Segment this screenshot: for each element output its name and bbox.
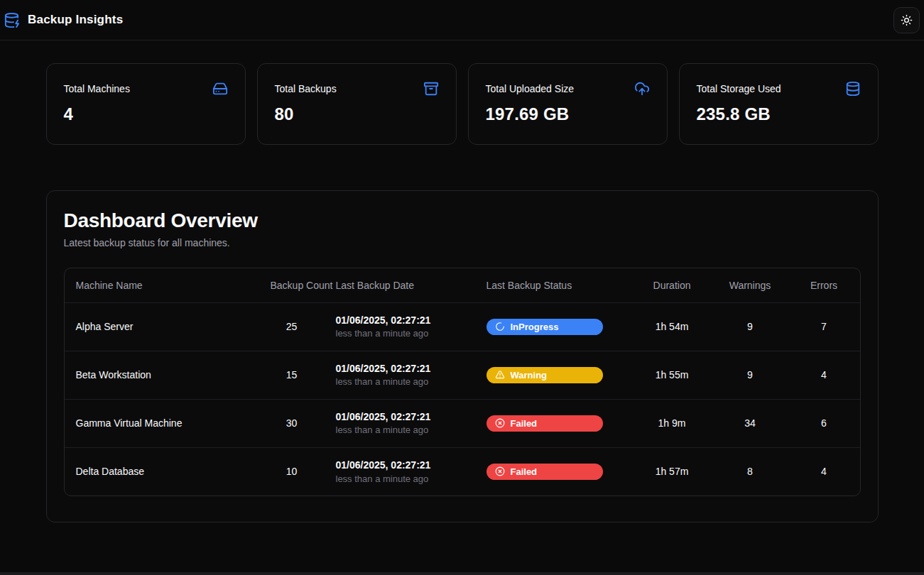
duration-cell: 1h 9m bbox=[631, 399, 713, 447]
stat-card-total-storage-used: Total Storage Used 235.8 GB bbox=[679, 63, 879, 145]
stat-value: 4 bbox=[64, 104, 228, 124]
column-header-last-backup-status: Last Backup Status bbox=[475, 268, 631, 302]
column-header-errors: Errors bbox=[788, 268, 861, 302]
backup-count-cell: 30 bbox=[259, 399, 325, 447]
stat-value: 235.8 GB bbox=[697, 104, 861, 124]
warnings-cell: 9 bbox=[713, 302, 788, 351]
backup-date-relative: less than a minute ago bbox=[336, 425, 464, 435]
app-header: Backup Insights bbox=[0, 0, 924, 40]
warnings-cell: 8 bbox=[713, 447, 788, 495]
archive-icon bbox=[423, 81, 439, 97]
backup-date: 01/06/2025, 02:27:21 bbox=[336, 314, 464, 327]
backup-date: 01/06/2025, 02:27:21 bbox=[336, 363, 464, 376]
backup-date-relative: less than a minute ago bbox=[336, 376, 464, 387]
horizontal-scrollbar[interactable] bbox=[0, 572, 924, 575]
machine-name-cell: Delta Database bbox=[65, 447, 259, 495]
page-subtitle: Latest backup status for all machines. bbox=[64, 237, 861, 248]
column-header-duration: Duration bbox=[631, 268, 713, 302]
errors-cell: 7 bbox=[788, 302, 861, 351]
status-cell: Warning bbox=[475, 351, 631, 399]
stat-label: Total Uploaded Size bbox=[486, 83, 575, 94]
backup-date-relative: less than a minute ago bbox=[336, 328, 464, 339]
status-badge: InProgress bbox=[487, 319, 603, 335]
backup-count-cell: 15 bbox=[259, 351, 325, 399]
stats-grid: Total Machines 4 Total Backups 80 bbox=[46, 63, 879, 145]
app-title: Backup Insights bbox=[28, 13, 123, 27]
sun-icon bbox=[901, 14, 913, 26]
duration-cell: 1h 57m bbox=[631, 447, 713, 495]
machine-name-cell: Alpha Server bbox=[65, 302, 259, 351]
stat-card-total-backups: Total Backups 80 bbox=[257, 63, 457, 145]
column-header-last-backup-date: Last Backup Date bbox=[325, 268, 475, 302]
alert-triangle-icon bbox=[495, 370, 505, 380]
status-cell: InProgress bbox=[475, 302, 631, 351]
machine-name-cell: Gamma Virtual Machine bbox=[65, 399, 259, 447]
backup-date: 01/06/2025, 02:27:21 bbox=[336, 411, 464, 424]
brand: Backup Insights bbox=[4, 12, 123, 28]
page-title: Dashboard Overview bbox=[64, 209, 861, 232]
stat-label: Total Backups bbox=[275, 83, 337, 94]
stat-label: Total Machines bbox=[64, 83, 130, 94]
status-badge: Warning bbox=[487, 367, 603, 383]
machine-name-cell: Beta Workstation bbox=[65, 351, 259, 399]
table-row: Beta Workstation 15 01/06/2025, 02:27:21… bbox=[65, 351, 861, 399]
column-header-machine-name: Machine Name bbox=[65, 268, 259, 302]
errors-cell: 4 bbox=[788, 447, 861, 495]
spinner-icon bbox=[495, 322, 505, 332]
stat-card-total-machines: Total Machines 4 bbox=[46, 63, 246, 145]
database-icon bbox=[845, 81, 861, 97]
backup-status-table: Machine Name Backup Count Last Backup Da… bbox=[64, 268, 861, 496]
table-row: Delta Database 10 01/06/2025, 02:27:21 l… bbox=[65, 447, 861, 495]
column-header-warnings: Warnings bbox=[713, 268, 788, 302]
last-backup-date-cell: 01/06/2025, 02:27:21 less than a minute … bbox=[325, 351, 475, 399]
duration-cell: 1h 55m bbox=[631, 351, 713, 399]
table-row: Gamma Virtual Machine 30 01/06/2025, 02:… bbox=[65, 399, 861, 447]
stat-value: 80 bbox=[275, 104, 439, 124]
errors-cell: 6 bbox=[788, 399, 861, 447]
last-backup-date-cell: 01/06/2025, 02:27:21 less than a minute … bbox=[325, 399, 475, 447]
dashboard-overview-card: Dashboard Overview Latest backup status … bbox=[46, 190, 879, 522]
column-header-backup-count: Backup Count bbox=[259, 268, 325, 302]
duration-cell: 1h 54m bbox=[631, 302, 713, 351]
backup-date-relative: less than a minute ago bbox=[336, 473, 464, 484]
circle-x-icon bbox=[495, 466, 505, 476]
status-badge: Failed bbox=[487, 415, 603, 432]
hard-drive-icon bbox=[212, 81, 228, 97]
backup-count-cell: 25 bbox=[259, 302, 325, 351]
stat-value: 197.69 GB bbox=[486, 104, 650, 124]
table-row: Alpha Server 25 01/06/2025, 02:27:21 les… bbox=[65, 302, 861, 351]
circle-x-icon bbox=[495, 418, 505, 428]
backup-count-cell: 10 bbox=[259, 447, 325, 495]
status-badge-label: Warning bbox=[511, 370, 548, 380]
cloud-upload-icon bbox=[634, 81, 650, 97]
stat-label: Total Storage Used bbox=[697, 83, 781, 94]
last-backup-date-cell: 01/06/2025, 02:27:21 less than a minute … bbox=[325, 447, 475, 495]
status-badge-label: Failed bbox=[511, 466, 538, 477]
main-content: Total Machines 4 Total Backups 80 bbox=[46, 40, 879, 522]
status-badge-label: Failed bbox=[511, 418, 538, 429]
stat-card-total-uploaded-size: Total Uploaded Size 197.69 GB bbox=[468, 63, 668, 145]
table-header-row: Machine Name Backup Count Last Backup Da… bbox=[65, 268, 861, 302]
status-cell: Failed bbox=[475, 399, 631, 447]
warnings-cell: 9 bbox=[713, 351, 788, 399]
database-zap-icon bbox=[4, 12, 20, 28]
warnings-cell: 34 bbox=[713, 399, 788, 447]
status-cell: Failed bbox=[475, 447, 631, 495]
errors-cell: 4 bbox=[788, 351, 861, 399]
last-backup-date-cell: 01/06/2025, 02:27:21 less than a minute … bbox=[325, 302, 475, 351]
backup-date: 01/06/2025, 02:27:21 bbox=[336, 459, 464, 472]
theme-toggle-button[interactable] bbox=[893, 7, 920, 33]
status-badge: Failed bbox=[487, 464, 603, 480]
status-badge-label: InProgress bbox=[511, 322, 559, 332]
